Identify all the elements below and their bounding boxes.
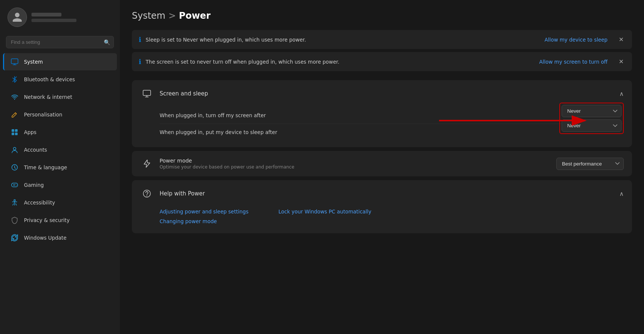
main-content: System > Power ℹ Sleep is set to Never w… (120, 0, 644, 334)
sidebar-item-system[interactable]: System (3, 53, 117, 70)
help-chevron: ∧ (619, 190, 624, 197)
notification-banner-1: ℹ Sleep is set to Never when plugged in,… (132, 30, 632, 49)
time-icon (10, 163, 19, 171)
help-title: Help with Power (160, 190, 613, 197)
sidebar-item-gaming[interactable]: Gaming (3, 176, 117, 194)
svg-point-17 (146, 195, 147, 196)
sidebar-item-privacy[interactable]: Privacy & security (3, 212, 117, 229)
help-header[interactable]: Help with Power ∧ (132, 180, 632, 207)
power-mode-select[interactable]: Best power efficiency Balanced Best perf… (556, 158, 624, 170)
highlight-box: Never 1 minute 2 minutes 5 minutes 10 mi… (559, 103, 624, 134)
sidebar-item-network[interactable]: Network & internet (3, 88, 117, 106)
sleep-label: When plugged in, put my device to sleep … (160, 129, 624, 135)
breadcrumb: System > Power (132, 0, 632, 30)
screen-icon (140, 87, 154, 100)
svg-rect-12 (143, 90, 151, 95)
notification-text-1: Sleep is set to Never when plugged in, w… (146, 37, 540, 43)
sidebar-item-accessibility[interactable]: Accessibility (3, 194, 117, 211)
sidebar-item-apps-label: Apps (24, 129, 36, 135)
notification-banner-2: ℹ The screen is set to never turn off wh… (132, 52, 632, 71)
help-icon (140, 187, 154, 200)
sidebar-item-update[interactable]: Windows Update (3, 229, 117, 246)
sidebar-item-bluetooth[interactable]: Bluetooth & devices (3, 71, 117, 88)
svg-rect-3 (15, 129, 18, 132)
sleep-select[interactable]: Never 1 minute 2 minutes 5 minutes 10 mi… (562, 119, 622, 132)
svg-point-11 (14, 200, 15, 201)
sidebar-item-gaming-label: Gaming (24, 182, 44, 188)
sidebar-item-accounts-label: Accounts (24, 147, 47, 153)
power-mode-icon (140, 157, 154, 170)
help-links-row-2: Changing power mode (160, 218, 624, 224)
svg-rect-2 (12, 129, 14, 132)
sidebar-item-system-label: System (24, 59, 43, 65)
help-link-2[interactable]: Lock your Windows PC automatically (278, 209, 371, 215)
sidebar: 🔍 System Bluetooth & devices (0, 0, 120, 334)
update-icon (10, 234, 19, 242)
power-mode-subtitle: Optimise your device based on power use … (160, 164, 550, 170)
sidebar-item-privacy-label: Privacy & security (24, 217, 70, 223)
notification-link-2[interactable]: Allow my screen to turn off (539, 59, 607, 65)
notification-close-1[interactable]: ✕ (617, 35, 625, 44)
personalisation-icon (10, 110, 19, 119)
sidebar-item-apps[interactable]: Apps (3, 124, 117, 141)
system-icon (10, 58, 19, 66)
user-header (0, 0, 120, 33)
breadcrumb-separator: > (169, 10, 176, 21)
sidebar-item-update-label: Windows Update (24, 235, 66, 241)
accessibility-icon (10, 198, 19, 207)
search-icon: 🔍 (104, 39, 110, 45)
power-mode-title: Power mode (160, 158, 550, 164)
sidebar-item-personalisation-label: Personalisation (24, 112, 62, 118)
user-avatar-icon (12, 12, 23, 23)
notification-close-2[interactable]: ✕ (617, 57, 625, 66)
help-link-1[interactable]: Adjusting power and sleep settings (160, 209, 248, 215)
help-links-row-1: Adjusting power and sleep settings Lock … (160, 209, 624, 215)
screen-sleep-body: When plugged in, turn off my screen afte… (132, 107, 632, 147)
privacy-icon (10, 216, 19, 224)
wifi-icon (10, 93, 19, 101)
help-links: Adjusting power and sleep settings Lock … (132, 207, 632, 230)
info-icon-2: ℹ (139, 58, 141, 66)
notification-text-2: The screen is set to never turn off when… (146, 59, 535, 65)
svg-point-6 (13, 148, 16, 150)
svg-rect-5 (15, 133, 18, 135)
accounts-icon (10, 146, 19, 154)
sleep-row: When plugged in, put my device to sleep … (160, 124, 624, 140)
notification-link-1[interactable]: Allow my device to sleep (544, 37, 607, 43)
screen-off-select[interactable]: Never 1 minute 2 minutes 5 minutes 10 mi… (562, 105, 622, 117)
search-input[interactable] (6, 36, 114, 48)
sidebar-item-accounts[interactable]: Accounts (3, 141, 117, 158)
help-link-3[interactable]: Changing power mode (160, 218, 217, 224)
user-info (31, 13, 76, 22)
sidebar-item-time-label: Time & language (24, 164, 67, 170)
power-mode-row: Power mode Optimise your device based on… (132, 151, 632, 176)
sidebar-item-network-label: Network & internet (24, 94, 72, 100)
search-box: 🔍 (6, 36, 114, 48)
screen-sleep-chevron: ∧ (619, 90, 624, 97)
sidebar-item-bluetooth-label: Bluetooth & devices (24, 76, 75, 82)
user-name (31, 13, 61, 16)
gaming-icon (10, 181, 19, 189)
bluetooth-icon (10, 75, 19, 84)
svg-point-9 (15, 185, 16, 185)
sidebar-item-accessibility-label: Accessibility (24, 200, 55, 206)
svg-rect-4 (12, 133, 14, 135)
breadcrumb-parent: System (132, 10, 166, 21)
sidebar-item-personalisation[interactable]: Personalisation (3, 106, 117, 123)
screen-sleep-header[interactable]: Screen and sleep ∧ (132, 80, 632, 107)
svg-point-1 (14, 99, 15, 100)
avatar[interactable] (7, 7, 27, 27)
svg-rect-0 (11, 59, 18, 64)
svg-point-10 (16, 185, 17, 186)
screen-off-row: When plugged in, turn off my screen afte… (160, 107, 624, 124)
power-mode-section: Power mode Optimise your device based on… (132, 151, 632, 176)
screen-sleep-section: Screen and sleep ∧ When plugged in, turn… (132, 80, 632, 147)
screen-sleep-title: Screen and sleep (160, 90, 613, 97)
apps-icon (10, 128, 19, 136)
screen-off-label: When plugged in, turn off my screen afte… (160, 112, 624, 118)
user-email (31, 19, 76, 22)
info-icon-1: ℹ (139, 36, 141, 43)
sidebar-item-time[interactable]: Time & language (3, 159, 117, 176)
help-section: Help with Power ∧ Adjusting power and sl… (132, 180, 632, 233)
breadcrumb-current: Power (179, 10, 211, 21)
